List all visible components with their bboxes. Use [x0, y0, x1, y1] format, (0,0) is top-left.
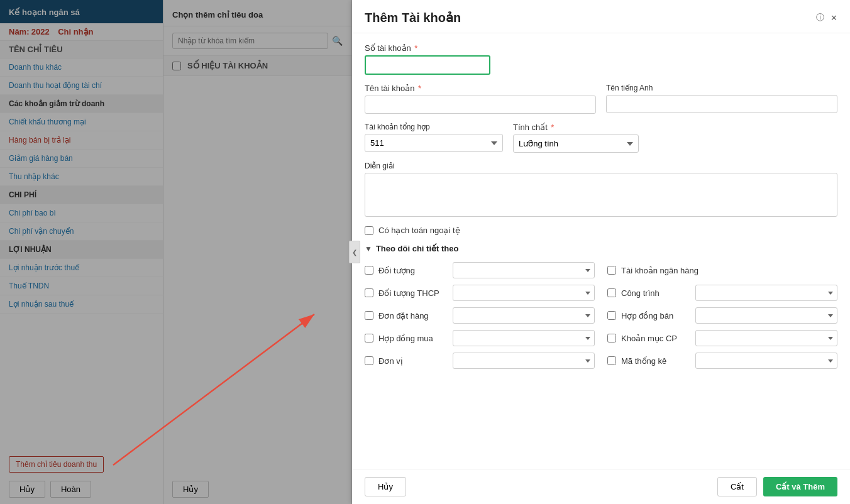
mid-bottom: Hủy [172, 481, 209, 498]
required-marker: * [551, 123, 554, 132]
cong-trinh-label: Công trình [621, 288, 690, 298]
ten-tieng-anh-input[interactable] [606, 95, 837, 113]
tracking-item-don-vi: Đơn vị [365, 353, 595, 369]
tinh-chat-select[interactable]: Lưỡng tính Nợ Có [513, 134, 639, 153]
ma-thong-ke-select[interactable] [695, 353, 837, 369]
list-item[interactable]: Thuế TNDN [0, 277, 163, 295]
huy-button[interactable]: Hủy [9, 481, 45, 498]
khoan-muc-cp-select[interactable] [695, 330, 837, 346]
list-item: Các khoản giảm trừ doanh [0, 95, 163, 113]
hoan-button[interactable]: Hoàn [50, 481, 91, 498]
help-icon[interactable]: ⓘ [816, 12, 824, 23]
don-dat-hang-label: Đơn đặt hàng [378, 311, 448, 320]
ten-tai-khoan-input[interactable] [365, 96, 596, 114]
ten-tieng-anh-group: Tên tiếng Anh [606, 84, 837, 114]
theo-doi-header[interactable]: ▼ Theo dõi chi tiết theo [365, 244, 837, 253]
add-chi-tieu-button[interactable]: Thêm chỉ tiêu doanh thu [9, 456, 104, 473]
list-item[interactable]: Doanh thu hoạt động tài chí [0, 77, 163, 95]
list-item[interactable]: Doanh thu khác [0, 58, 163, 77]
list-item[interactable]: Chiết khấu thương mại [0, 113, 163, 131]
ten-tieng-anh-label: Tên tiếng Anh [606, 84, 837, 92]
don-vi-checkbox[interactable] [365, 356, 373, 365]
co-hach-toan-label[interactable]: Có hạch toán ngoại tệ [378, 226, 460, 235]
doi-tuong-thcp-select[interactable] [453, 285, 595, 301]
tracking-item-ma-thong-ke: Mã thống kê [607, 353, 837, 369]
bottom-buttons: Hủy Hoàn [9, 481, 91, 498]
mid-panel-header: Chọn thêm chỉ tiêu doa [163, 0, 351, 26]
hop-dong-mua-label: Hợp đồng mua [378, 334, 448, 343]
search-input[interactable] [172, 33, 328, 49]
tracking-item-hop-dong-ban: Hợp đồng bán [607, 307, 837, 324]
list-item[interactable]: Chi phí bao bì [0, 204, 163, 222]
dialog-body: Số tài khoản * Tên tài khoản * Tên tiếng… [352, 33, 850, 469]
khoan-muc-cp-checkbox[interactable] [607, 334, 616, 342]
theo-doi-section: ▼ Theo dõi chi tiết theo Đối tượng Tài k… [365, 244, 837, 369]
ma-thong-ke-label: Mã thống kê [621, 356, 690, 366]
don-vi-label: Đơn vị [378, 356, 448, 366]
tracking-item-doi-tuong-thcp: Đối tượng THCP [365, 285, 595, 301]
tracking-item-doi-tuong: Đối tượng [365, 262, 595, 278]
cat-va-them-button[interactable]: Cất và Thêm [763, 477, 837, 496]
tai-khoan-tong-hop-select[interactable]: 511 [365, 134, 503, 152]
col-header-ten-chi-tieu: TÊN CHỈ TIÊU [0, 41, 163, 58]
tinh-chat-group: Tính chất * Lưỡng tính Nợ Có [513, 123, 639, 153]
list-item[interactable]: Thu nhập khác [0, 168, 163, 186]
tracking-item-khoan-muc-cp: Khoản mục CP [607, 330, 837, 346]
cat-button[interactable]: Cất [717, 477, 757, 496]
tai-khoan-tong-hop-label: Tài khoản tổng hợp [365, 123, 503, 131]
don-dat-hang-select[interactable] [453, 307, 595, 324]
list-item: LỢI NHUẬN [0, 241, 163, 259]
hop-dong-mua-checkbox[interactable] [365, 334, 373, 342]
co-hach-toan-checkbox[interactable] [365, 226, 373, 235]
hop-dong-ban-label: Hợp đồng bán [621, 311, 690, 320]
main-dialog: Thêm Tài khoản ⓘ ✕ Số tài khoản * Tên tà… [352, 0, 850, 504]
hop-dong-ban-select[interactable] [695, 307, 837, 324]
doi-tuong-thcp-checkbox[interactable] [365, 288, 373, 297]
list-item[interactable]: Chi phí vận chuyển [0, 222, 163, 241]
list-item: CHI PHÍ [0, 186, 163, 204]
required-marker: * [418, 84, 421, 93]
doi-tuong-label: Đối tượng [378, 266, 448, 275]
hop-dong-ban-checkbox[interactable] [607, 311, 616, 320]
tai-khoan-ngan-hang-checkbox[interactable] [607, 266, 616, 275]
tai-khoan-tong-hop-group: Tài khoản tổng hợp 511 [365, 123, 503, 153]
tinh-chat-label: Tính chất * [513, 123, 639, 132]
list-item[interactable]: Hàng bán bị trả lại [0, 131, 163, 150]
dien-giai-textarea[interactable] [365, 173, 837, 217]
dien-giai-group: Diễn giải [365, 162, 837, 217]
list-item[interactable]: Lợi nhuận sau thuế [0, 295, 163, 314]
mid-col-header: SỐ HIỆU TÀI KHOẢN [187, 61, 268, 70]
huy-dialog-button[interactable]: Hủy [365, 477, 406, 496]
list-item[interactable]: Lợi nhuận trước thuế [0, 259, 163, 277]
huy-mid-button[interactable]: Hủy [172, 481, 209, 498]
don-dat-hang-checkbox[interactable] [365, 311, 373, 320]
cong-trinh-checkbox[interactable] [607, 288, 616, 297]
mid-panel-title: Chọn thêm chỉ tiêu doa [172, 10, 263, 19]
ke-hoach-panel: Kế hoạch ngân sá Năm: 2022 Chi nhận TÊN … [0, 0, 163, 504]
ten-tai-khoan-group: Tên tài khoản * [365, 84, 596, 114]
co-hach-toan-row: Có hạch toán ngoại tệ [365, 226, 837, 235]
tai-khoan-ngan-hang-label: Tài khoản ngân hàng [621, 266, 837, 275]
so-tai-khoan-input[interactable] [365, 55, 490, 75]
tracking-item-cong-trinh: Công trình [607, 285, 837, 301]
ten-tai-khoan-row: Tên tài khoản * Tên tiếng Anh [365, 84, 837, 114]
doi-tuong-checkbox[interactable] [365, 266, 373, 275]
dien-giai-row: Diễn giải [365, 162, 837, 217]
so-tai-khoan-label: Số tài khoản * [365, 43, 490, 53]
doi-tuong-select[interactable] [453, 262, 595, 278]
add-btn-row: Thêm chỉ tiêu doanh thu [9, 456, 104, 473]
year-label: Năm: [9, 27, 30, 36]
so-tai-khoan-group: Số tài khoản * [365, 43, 490, 75]
don-vi-select[interactable] [453, 353, 595, 369]
close-icon[interactable]: ✕ [831, 13, 837, 23]
tracking-item-tai-khoan-ngan-hang: Tài khoản ngân hàng [607, 262, 837, 278]
select-all-checkbox[interactable] [172, 62, 181, 70]
ke-hoach-header: Kế hoạch ngân sá [0, 0, 163, 23]
list-item[interactable]: Giảm giá hàng bán [0, 150, 163, 168]
hop-dong-mua-select[interactable] [453, 330, 595, 346]
ma-thong-ke-checkbox[interactable] [607, 356, 616, 365]
cong-trinh-select[interactable] [695, 285, 837, 301]
collapse-arrow2[interactable]: ❮ [349, 241, 360, 263]
footer-right-buttons: Cất Cất và Thêm [717, 477, 837, 496]
theo-doi-label: Theo dõi chi tiết theo [376, 244, 459, 253]
